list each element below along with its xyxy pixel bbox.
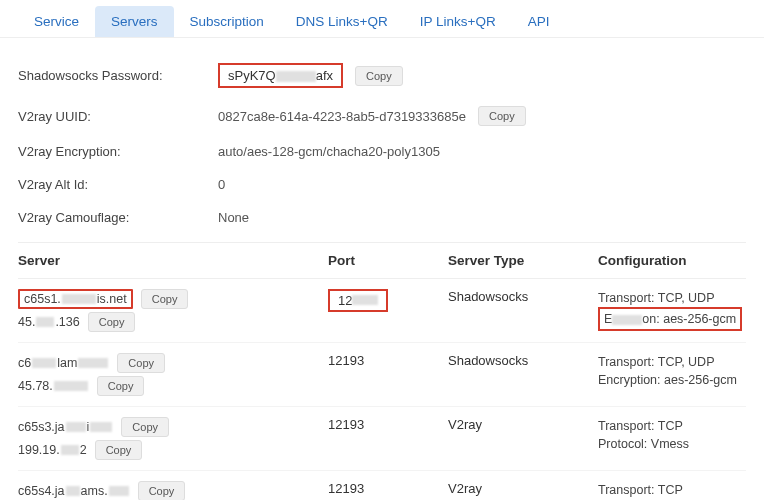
server-table: Server Port Server Type Configuration c6… — [18, 242, 746, 500]
tab-service[interactable]: Service — [18, 6, 95, 37]
uuid-label: V2ray UUID: — [18, 109, 218, 124]
header-config: Configuration — [598, 253, 746, 268]
server-cell: c65s1.is.netCopy45..136Copy — [18, 289, 328, 332]
server-host: c65s4.jaams. — [18, 484, 130, 498]
tab-servers[interactable]: Servers — [95, 6, 174, 37]
port-cell: 12193 — [328, 417, 448, 432]
port-cell: 12 — [328, 289, 448, 312]
table-header: Server Port Server Type Configuration — [18, 242, 746, 279]
uuid-row: V2ray UUID: 0827ca8e-614a-4223-8ab5-d731… — [18, 97, 746, 135]
encryption-label: V2ray Encryption: — [18, 144, 218, 159]
encryption-value: auto/aes-128-gcm/chacha20-poly1305 — [218, 144, 440, 159]
port-cell: 12193 — [328, 353, 448, 368]
type-cell: Shadowsocks — [448, 353, 598, 368]
tab-ip-links-qr[interactable]: IP Links+QR — [404, 6, 512, 37]
table-row: c65s1.is.netCopy45..136Copy12Shadowsocks… — [18, 279, 746, 343]
camouflage-label: V2ray Camouflage: — [18, 210, 218, 225]
server-cell: c6lamCopy45.78.Copy — [18, 353, 328, 396]
copy-host-button[interactable]: Copy — [121, 417, 169, 437]
copy-host-button[interactable]: Copy — [117, 353, 165, 373]
copy-ss-password-button[interactable]: Copy — [355, 66, 403, 86]
camouflage-value: None — [218, 210, 249, 225]
config-cell: Transport: TCP, UDPEncryption: aes-256-g… — [598, 353, 746, 389]
table-row: c65s4.jaams.Copy45.78.53Copy12193V2rayTr… — [18, 471, 746, 500]
type-cell: V2ray — [448, 481, 598, 496]
server-ip: 45.78. — [18, 379, 89, 393]
tab-dns-links-qr[interactable]: DNS Links+QR — [280, 6, 404, 37]
altid-label: V2ray Alt Id: — [18, 177, 218, 192]
camouflage-row: V2ray Camouflage: None — [18, 201, 746, 234]
altid-value: 0 — [218, 177, 225, 192]
config-cell: Transport: TCPProtocol: Vmess — [598, 481, 746, 500]
config-cell: Transport: TCP, UDPEon: aes-256-gcm — [598, 289, 746, 331]
tab-api[interactable]: API — [512, 6, 566, 37]
server-cell: c65s3.jaiCopy199.19.2Copy — [18, 417, 328, 460]
ss-password-row: Shadowsocks Password: sPyK7Qafx Copy — [18, 54, 746, 97]
encryption-row: V2ray Encryption: auto/aes-128-gcm/chach… — [18, 135, 746, 168]
tab-subscription[interactable]: Subscription — [174, 6, 280, 37]
copy-host-button[interactable]: Copy — [141, 289, 189, 309]
header-port: Port — [328, 253, 448, 268]
copy-host-button[interactable]: Copy — [138, 481, 186, 500]
type-cell: Shadowsocks — [448, 289, 598, 304]
header-server: Server — [18, 253, 328, 268]
ss-password-label: Shadowsocks Password: — [18, 68, 218, 83]
ss-password-value: sPyK7Qafx — [218, 63, 343, 88]
type-cell: V2ray — [448, 417, 598, 432]
tabs: ServiceServersSubscriptionDNS Links+QRIP… — [0, 0, 764, 38]
server-host: c65s3.jai — [18, 420, 113, 434]
copy-ip-button[interactable]: Copy — [95, 440, 143, 460]
copy-ip-button[interactable]: Copy — [88, 312, 136, 332]
server-host: c65s1.is.net — [18, 289, 133, 309]
copy-uuid-button[interactable]: Copy — [478, 106, 526, 126]
port-cell: 12193 — [328, 481, 448, 496]
altid-row: V2ray Alt Id: 0 — [18, 168, 746, 201]
server-ip: 45..136 — [18, 315, 80, 329]
copy-ip-button[interactable]: Copy — [97, 376, 145, 396]
config-cell: Transport: TCPProtocol: Vmess — [598, 417, 746, 453]
uuid-value: 0827ca8e-614a-4223-8ab5-d7319333685e — [218, 109, 466, 124]
server-host: c6lam — [18, 356, 109, 370]
server-cell: c65s4.jaams.Copy45.78.53Copy — [18, 481, 328, 500]
table-row: c6lamCopy45.78.Copy12193ShadowsocksTrans… — [18, 343, 746, 407]
table-row: c65s3.jaiCopy199.19.2Copy12193V2rayTrans… — [18, 407, 746, 471]
header-type: Server Type — [448, 253, 598, 268]
server-ip: 199.19.2 — [18, 443, 87, 457]
mask — [276, 71, 316, 82]
content-area: Shadowsocks Password: sPyK7Qafx Copy V2r… — [0, 38, 764, 500]
